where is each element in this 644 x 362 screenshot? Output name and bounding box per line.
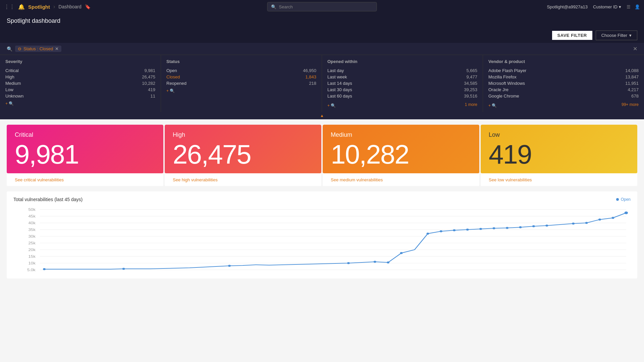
facet-opened-search-more[interactable]: + 🔍 <box>327 103 336 108</box>
nav-breadcrumb[interactable]: Dashboard <box>58 4 82 9</box>
critical-link[interactable]: See critical vulnerabilities <box>15 177 64 182</box>
chart-section: Total vulnerabilities (last 45 days) Ope… <box>7 191 637 279</box>
svg-point-26 <box>400 252 403 254</box>
filter-tag-label: Status : Closed <box>23 46 53 51</box>
svg-point-37 <box>572 223 575 225</box>
top-nav: ⋮⋮ 🔔 Spotlight › Dashboard 🔖 🔍 Search Sp… <box>0 0 644 13</box>
low-link[interactable]: See low vulnerabilities <box>489 177 532 182</box>
svg-point-32 <box>493 227 495 229</box>
svg-text:40k: 40k <box>29 221 36 225</box>
low-card-bottom: See low vulnerabilities <box>481 173 637 186</box>
medium-card-wrapper: Medium 10,282 See medium vulnerabilities <box>323 125 479 186</box>
facet-opened-14days[interactable]: Last 14 days 34,585 <box>327 80 477 86</box>
facet-vendor-title: Vendor & product <box>488 59 639 64</box>
facet-status-closed[interactable]: Closed 1,843 <box>166 74 316 80</box>
svg-point-38 <box>585 222 588 224</box>
low-card-wrapper: Low 419 See low vulnerabilities <box>481 125 637 186</box>
svg-point-33 <box>506 227 508 229</box>
chart-title: Total vulnerabilities (last 45 days) <box>13 197 83 202</box>
filter-tag-close[interactable]: ✕ <box>55 46 59 51</box>
customer-id-label: Customer ID <box>593 4 618 9</box>
high-label: High <box>173 131 313 138</box>
facet-status: Status Open 46,950 Closed 1,843 Reopened… <box>161 55 322 112</box>
facet-vendor-99more[interactable]: 99+ more <box>622 102 639 107</box>
bookmark-icon[interactable]: 🔖 <box>85 4 91 9</box>
filter-bar: 🔍 ⊖ Status : Closed ✕ ✕ <box>0 43 644 55</box>
svg-point-39 <box>598 219 601 221</box>
facet-severity-medium[interactable]: Medium 10,282 <box>5 80 155 86</box>
svg-text:50k: 50k <box>29 208 36 212</box>
chevron-down-icon: ▾ <box>629 33 632 38</box>
svg-point-23 <box>347 262 350 264</box>
facet-opened-last-week[interactable]: Last week 9,477 <box>327 74 477 80</box>
svg-point-22 <box>228 265 231 267</box>
svg-point-30 <box>466 229 469 231</box>
filter-tag[interactable]: ⊖ Status : Closed ✕ <box>15 46 61 52</box>
filter-close-all[interactable]: ✕ <box>633 46 637 52</box>
facet-status-more[interactable]: + 🔍 <box>166 88 316 93</box>
facet-opened-60days[interactable]: Last 60 days 39,516 <box>327 93 477 99</box>
apps-icon[interactable]: ⋮⋮ <box>4 4 15 10</box>
high-card-wrapper: High 26,475 See high vulnerabilities <box>165 125 321 186</box>
vulnerability-chart: 50k 45k 40k 35k 30k 25k 20k 15k 10k 5.0k <box>13 206 631 273</box>
facet-opened-within: Opened within Last day 5,665 Last week 9… <box>322 55 483 112</box>
nav-user: Spotlight@a9927a13 <box>547 4 588 9</box>
search-icon: 🔍 <box>271 4 276 9</box>
choose-filter-label: Choose Filter <box>601 33 627 38</box>
search-plus-icon: + 🔍 <box>5 101 14 106</box>
facet-vendor-footer: + 🔍 99+ more <box>488 101 639 108</box>
low-label: Low <box>489 131 629 138</box>
facet-vendor-adobe[interactable]: Adobe Flash Player 14,088 <box>488 67 639 74</box>
customer-id-button[interactable]: Customer ID ▾ <box>593 4 621 9</box>
svg-text:5.0k: 5.0k <box>27 268 36 272</box>
critical-count: 9,981 <box>15 141 155 168</box>
svg-point-25 <box>387 261 389 263</box>
svg-point-29 <box>453 229 455 231</box>
facet-vendor-windows[interactable]: Microsoft Windows 11,951 <box>488 80 639 86</box>
medium-card-bottom: See medium vulnerabilities <box>323 173 479 186</box>
facet-status-reopened[interactable]: Reopened 218 <box>166 80 316 86</box>
medium-link[interactable]: See medium vulnerabilities <box>331 177 383 182</box>
medium-count: 10,282 <box>331 141 471 168</box>
facet-opened-30days[interactable]: Last 30 days 39,253 <box>327 86 477 93</box>
facet-vendor-product: Vendor & product Adobe Flash Player 14,0… <box>483 55 644 112</box>
svg-text:35k: 35k <box>29 228 36 232</box>
facet-vendor-chrome[interactable]: Google Chrome 678 <box>488 93 639 99</box>
svg-text:10k: 10k <box>29 261 36 265</box>
chart-container: 50k 45k 40k 35k 30k 25k 20k 15k 10k 5.0k <box>13 206 631 273</box>
facet-severity-high[interactable]: High 26,475 <box>5 74 155 80</box>
facet-status-title: Status <box>166 59 316 64</box>
nav-brand[interactable]: Spotlight <box>28 4 50 10</box>
facet-vendor-oracle[interactable]: Oracle Jre 4,217 <box>488 86 639 93</box>
page-header: Spotlight dashboard <box>0 13 644 28</box>
facet-vendor-firefox[interactable]: Mozilla Firefox 13,847 <box>488 74 639 80</box>
save-filter-button[interactable]: SAVE FILTER <box>552 31 592 40</box>
svg-point-24 <box>374 261 376 263</box>
facet-opened-last-day[interactable]: Last day 5,665 <box>327 67 477 74</box>
svg-point-31 <box>479 228 482 230</box>
search-bar[interactable]: 🔍 Search <box>267 2 377 11</box>
choose-filter-button[interactable]: Choose Filter ▾ <box>596 31 637 40</box>
facet-severity-unknown[interactable]: Unknown 11 <box>5 93 155 99</box>
svg-point-27 <box>426 233 429 235</box>
facet-status-open[interactable]: Open 46,950 <box>166 67 316 74</box>
settings-icon[interactable]: 🔔 <box>18 4 25 10</box>
high-link[interactable]: See high vulnerabilities <box>173 177 218 182</box>
critical-card-wrapper: Critical 9,981 See critical vulnerabilit… <box>7 125 163 186</box>
facet-severity-more[interactable]: + 🔍 <box>5 101 155 106</box>
critical-card: Critical 9,981 <box>7 125 163 173</box>
facet-opened-1more[interactable]: 1 more <box>465 102 477 107</box>
low-count: 419 <box>489 141 629 168</box>
facet-vendor-search-more[interactable]: + 🔍 <box>488 103 497 108</box>
svg-text:15k: 15k <box>29 255 36 258</box>
facet-severity-low[interactable]: Low 419 <box>5 86 155 93</box>
collapse-arrow[interactable]: ▲ <box>0 112 644 119</box>
user-icon[interactable]: 👤 <box>635 4 640 9</box>
facet-severity-critical[interactable]: Critical 9,981 <box>5 67 155 74</box>
high-card-bottom: See high vulnerabilities <box>165 173 321 186</box>
user-list-icon[interactable]: ☰ <box>627 4 631 9</box>
toolbar: SAVE FILTER Choose Filter ▾ <box>0 28 644 43</box>
facets-panel: Severity Critical 9,981 High 26,475 Medi… <box>0 55 644 112</box>
chart-header: Total vulnerabilities (last 45 days) Ope… <box>13 197 631 202</box>
nav-right: Spotlight@a9927a13 Customer ID ▾ ☰ 👤 <box>547 4 640 9</box>
